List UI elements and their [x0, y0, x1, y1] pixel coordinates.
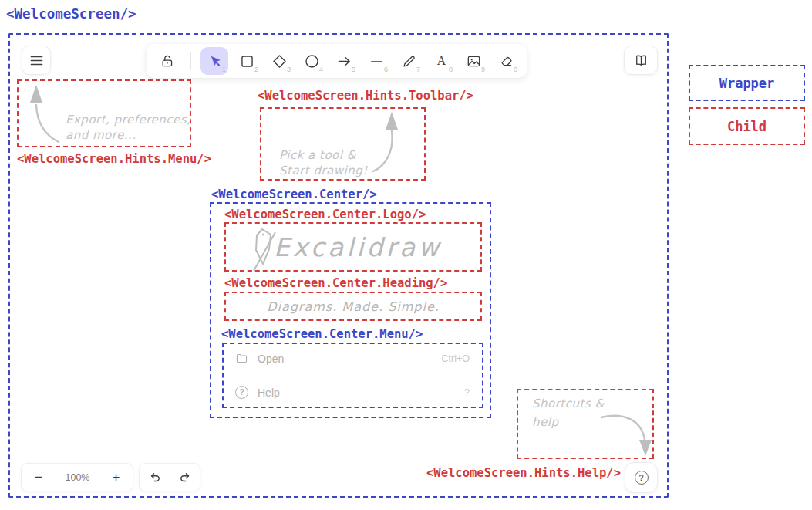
main-menu-button[interactable]	[22, 46, 51, 75]
undo-arrow-icon	[147, 470, 163, 485]
tool-rectangle[interactable]: 2	[233, 47, 261, 75]
zoom-controls: − 100% +	[21, 463, 133, 491]
arrow-icon	[336, 53, 352, 69]
zoom-in-button[interactable]: +	[99, 464, 133, 491]
hints-menu-text-line2: and more...	[66, 128, 136, 142]
tool-draw[interactable]: 7	[395, 47, 423, 75]
legend-child-box: Child	[689, 107, 805, 145]
hints-help-arrow	[594, 407, 655, 458]
welcome-screen-label: <WelcomeScreen/>	[6, 6, 136, 22]
folder-icon	[235, 352, 248, 365]
zoom-out-button[interactable]: −	[22, 464, 56, 491]
tool-shortcut-number: 4	[319, 66, 323, 73]
legend-wrapper-box: Wrapper	[689, 65, 805, 101]
toolbar-divider	[190, 52, 191, 70]
tool-shortcut-number: 9	[481, 66, 485, 73]
diamond-icon	[271, 53, 288, 69]
center-heading-box: Diagrams. Made. Simple.	[224, 292, 482, 321]
undo-redo-controls	[139, 463, 200, 491]
tool-selection[interactable]: 1	[200, 47, 228, 75]
tool-shortcut-number: 8	[449, 66, 453, 73]
tool-shortcut-number: 2	[254, 66, 258, 73]
center-menu-box: Open Ctrl+O ? Help ?	[222, 343, 483, 408]
pencil-icon	[401, 53, 417, 69]
tool-shortcut-number: 7	[416, 66, 420, 73]
tool-image[interactable]: 9	[460, 47, 487, 75]
eraser-icon	[498, 53, 514, 69]
redo-button[interactable]	[170, 464, 200, 491]
hints-menu-label: <WelcomeScreen.Hints.Menu/>	[17, 152, 211, 166]
toolbar: 1 2 3 4 5	[147, 44, 527, 78]
welcome-screen-doc-figure: <WelcomeScreen/>	[0, 0, 812, 510]
menu-item-help[interactable]: ? Help ?	[235, 386, 470, 399]
tool-arrow[interactable]: 5	[330, 47, 358, 75]
tool-shortcut-number: 3	[287, 66, 291, 73]
minus-icon: −	[35, 470, 42, 485]
plus-icon: +	[113, 470, 120, 485]
excalidraw-logo-text: Excalidraw	[274, 232, 442, 262]
hamburger-icon	[30, 56, 43, 66]
unlocked-padlock-icon	[160, 53, 176, 69]
open-book-icon	[633, 52, 649, 69]
tool-shortcut-number: 1	[222, 66, 226, 73]
hints-toolbar-label: <WelcomeScreen.Hints.Toolbar/>	[258, 89, 473, 103]
center-heading-label: <WelcomeScreen.Center.Heading/>	[224, 276, 447, 290]
question-circle-icon: ?	[235, 386, 248, 399]
center-menu-label: <WelcomeScreen.Center.Menu/>	[221, 327, 423, 341]
menu-item-open-shortcut: Ctrl+O	[442, 353, 470, 364]
svg-text:A: A	[436, 54, 446, 67]
hints-menu-text-line1: Export, preferences,	[66, 113, 190, 127]
zoom-level-button[interactable]: 100%	[56, 464, 99, 491]
tool-ellipse[interactable]: 4	[298, 47, 325, 75]
center-logo-label: <WelcomeScreen.Center.Logo/>	[224, 208, 426, 221]
center-heading-text: Diagrams. Made. Simple.	[267, 299, 440, 314]
tool-shortcut-number: 5	[352, 66, 355, 73]
image-icon	[466, 53, 482, 69]
undo-button[interactable]	[140, 464, 170, 491]
zoom-level-value: 100%	[66, 472, 90, 483]
hints-toolbar-arrow	[366, 110, 403, 176]
menu-item-open[interactable]: Open Ctrl+O	[235, 352, 470, 365]
redo-arrow-icon	[177, 470, 193, 485]
question-circle-icon: ?	[635, 471, 649, 485]
tool-eraser[interactable]: 0	[492, 47, 520, 75]
help-button[interactable]: ?	[625, 462, 658, 493]
menu-item-help-shortcut: ?	[464, 387, 470, 398]
menu-item-help-label: Help	[258, 387, 455, 399]
rectangle-icon	[239, 53, 255, 69]
tool-shortcut-number: 6	[384, 66, 388, 73]
hints-toolbar-text-line1: Pick a tool &	[279, 148, 356, 162]
tool-text[interactable]: A 8	[427, 47, 455, 75]
text-icon: A	[433, 53, 450, 69]
selection-cursor-icon	[207, 53, 223, 69]
hints-toolbar-text-line2: Start drawing!	[279, 164, 368, 177]
ellipse-icon	[304, 53, 320, 69]
tool-line[interactable]: 6	[362, 47, 390, 75]
library-button[interactable]	[624, 46, 658, 75]
hints-help-text-line2: help	[532, 415, 558, 429]
center-logo-box: Excalidraw	[224, 222, 482, 272]
center-label: <WelcomeScreen.Center/>	[211, 187, 377, 201]
lock-tool-button[interactable]	[153, 47, 181, 75]
hints-help-label: <WelcomeScreen.Hints.Help/>	[426, 466, 619, 480]
tool-shortcut-number: 0	[514, 66, 517, 73]
legend-child-label: Child	[727, 119, 767, 134]
menu-item-open-label: Open	[258, 353, 433, 365]
legend-wrapper-label: Wrapper	[719, 76, 775, 91]
tool-diamond[interactable]: 3	[265, 47, 293, 75]
line-icon	[369, 53, 385, 69]
